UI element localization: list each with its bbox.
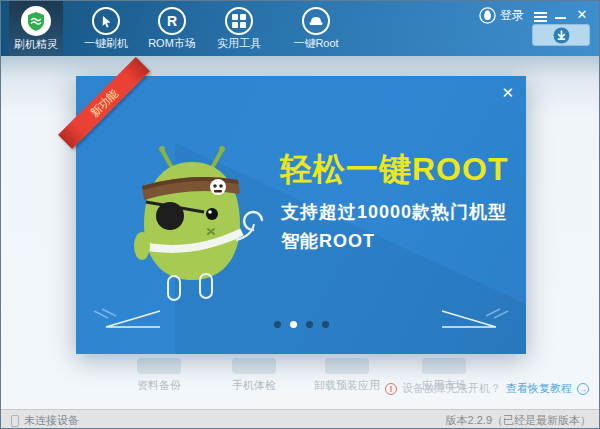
bg-tool-backup[interactable]: 资料备份 <box>114 358 204 393</box>
app-logo-icon <box>21 6 51 36</box>
pirate-hat-icon <box>302 7 330 35</box>
carousel-dot-active[interactable] <box>290 321 297 328</box>
warning-icon: ! <box>385 383 397 395</box>
bg-tool-checkup[interactable]: 手机体检 <box>209 358 299 393</box>
close-window-icon[interactable]: ✕ <box>573 7 591 23</box>
login-label: 登录 <box>500 7 524 24</box>
modal-subtitle-line2: 智能ROOT <box>281 229 375 253</box>
device-status-text: 未连接设备 <box>24 413 79 428</box>
carousel-dot[interactable] <box>322 321 329 328</box>
nav-item-rom-market[interactable]: R ROM市场 <box>144 1 200 56</box>
nav-label: 刷机精灵 <box>9 38 63 50</box>
nav-label: 一键Root <box>288 37 344 49</box>
login-button[interactable]: 登录 <box>479 7 524 24</box>
modal-close-icon[interactable]: ✕ <box>501 84 514 102</box>
version-text: 版本2.2.9（已经是最新版本） <box>446 413 591 428</box>
carousel-dot[interactable] <box>306 321 313 328</box>
header-bar: 刷机精灵 一键刷机 R ROM市场 实用工具 <box>1 1 599 56</box>
status-bar: 未连接设备 版本2.2.9（已经是最新版本） <box>1 409 599 428</box>
tools-grid-icon <box>225 7 253 35</box>
go-arrow-icon[interactable]: → <box>577 383 589 395</box>
nav-item-one-key-flash[interactable]: 一键刷机 <box>78 1 134 56</box>
nav-label: 一键刷机 <box>78 37 134 49</box>
recovery-tutorial-link[interactable]: 查看恢复教程 <box>506 381 572 396</box>
nav-item-utilities[interactable]: 实用工具 <box>211 1 267 56</box>
app-window: 刷机精灵 一键刷机 R ROM市场 实用工具 <box>0 0 600 429</box>
qq-penguin-icon <box>479 7 496 24</box>
download-button[interactable] <box>532 24 590 46</box>
cursor-arrow-icon <box>92 7 120 35</box>
pirate-android-mascot <box>112 128 272 308</box>
nav-label: ROM市场 <box>144 37 200 49</box>
nav-item-one-key-root[interactable]: 一键Root <box>288 1 344 56</box>
download-arrow-icon <box>553 27 570 44</box>
recovery-help-row: ! 设备故障无法开机？ 查看恢复教程 → <box>385 381 589 396</box>
modal-title: 轻松一键ROOT <box>280 148 508 192</box>
modal-subtitle-line1: 支持超过10000款热门机型 <box>281 200 507 224</box>
nav-item-home[interactable]: 刷机精灵 <box>9 1 63 56</box>
promo-modal: 新功能 ✕ 轻松一键ROOT 支持 <box>76 76 526 354</box>
device-status: 未连接设备 <box>11 413 79 428</box>
carousel-dot[interactable] <box>274 321 281 328</box>
nav-label: 实用工具 <box>211 37 267 49</box>
letter-r-icon: R <box>158 7 186 35</box>
recovery-warning-text: 设备故障无法开机？ <box>402 381 501 396</box>
minimize-icon[interactable] <box>551 7 569 23</box>
bg-tool-uninstall[interactable]: 卸载预装应用 <box>302 358 392 393</box>
carousel-dots <box>76 321 526 328</box>
phone-icon <box>11 415 19 427</box>
